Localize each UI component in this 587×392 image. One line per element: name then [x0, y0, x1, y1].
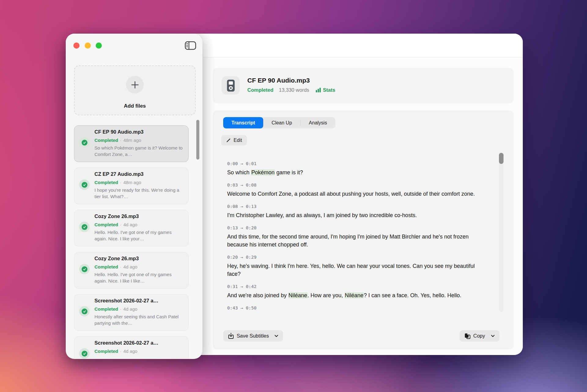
transcript-segment: 0:43 → 0:50	[227, 305, 487, 311]
segment-timestamp: 0:03 → 0:08	[227, 182, 487, 188]
edit-button[interactable]: Edit	[221, 135, 247, 146]
meta-separator: ·	[120, 138, 122, 143]
file-item-status: Completed	[94, 138, 118, 143]
chevron-down-icon	[275, 335, 278, 337]
file-item-meta: Completed·48m ago	[94, 138, 185, 143]
sidebar-toggle-icon	[184, 41, 197, 51]
segment-text: Hey, he's waving. I think I'm here. Yes,…	[227, 262, 487, 278]
add-files-label: Add files	[75, 103, 195, 109]
segment-text-run: And we're also joined by	[227, 292, 288, 298]
file-header-card: CF EP 90 Audio.mp3 Completed 13,330 word…	[213, 68, 514, 103]
transcript-segment: 0:00 → 0:01So which Pokémon game is it?	[227, 161, 487, 176]
file-item-preview: I hope you're ready for this. We're doin…	[94, 187, 185, 200]
save-subtitles-label: Save Subtitles	[237, 333, 269, 339]
file-item-preview: Hello. Hello. I've got one of my games a…	[94, 229, 185, 242]
segment-text-run: I'm Christopher Lawley, and as always, I…	[227, 212, 417, 218]
tab-transcript[interactable]: Transcript	[223, 117, 263, 128]
segment-text: I'm Christopher Lawley, and as always, I…	[227, 211, 487, 219]
file-item-time: 4d ago	[124, 306, 138, 312]
file-item-title: CZ EP 27 Audio.mp3	[94, 171, 185, 177]
add-files-dropzone[interactable]: Add files	[74, 65, 196, 115]
segment-text: And we're also joined by Niléane. How ar…	[227, 291, 487, 299]
highlighted-term: Pokémon	[251, 169, 275, 176]
main-panel: CF EP 90 Audio.mp3 Completed 13,330 word…	[202, 34, 523, 355]
segment-text-run: And this time, for the second time aroun…	[227, 234, 469, 248]
file-list-item[interactable]: Cozy Zone 26.mp3Completed·4d agoHello. H…	[74, 252, 189, 289]
file-item-meta: Completed·4d ago	[94, 222, 185, 227]
sidebar: Add files CF EP 90 Audio.mp3Completed·48…	[66, 34, 202, 359]
segment-text-run: ? I can see a face. Oh. Yes, hello. Hell…	[364, 292, 461, 298]
file-item-status: Completed	[94, 306, 118, 312]
meta-separator: ·	[120, 264, 122, 269]
highlighted-term: Niléane	[345, 292, 364, 298]
minimize-window-button[interactable]	[85, 43, 91, 49]
sidebar-toggle-button[interactable]	[184, 41, 197, 51]
segment-text-run: So which	[227, 169, 251, 176]
transcript-segment: 0:20 → 0:29Hey, he's waving. I think I'm…	[227, 254, 487, 278]
transcript-scrollbar-thumb[interactable]	[499, 153, 504, 164]
file-item-meta: Completed·4d ago	[94, 349, 185, 354]
transcript-scrollbar-track[interactable]	[499, 152, 504, 312]
save-subtitles-button[interactable]: Save Subtitles	[223, 330, 283, 342]
segment-text-run: game is it?	[275, 169, 303, 176]
file-item-preview: So which Pokémon game is it? Welcome to …	[94, 145, 185, 157]
file-item-meta: Completed·4d ago	[94, 306, 185, 312]
file-title: CF EP 90 Audio.mp3	[247, 77, 310, 84]
bar-chart-icon	[316, 88, 321, 92]
stats-button[interactable]: Stats	[316, 87, 335, 93]
meta-separator: ·	[120, 306, 122, 312]
file-item-status: Completed	[94, 264, 118, 269]
transcript-segment: 0:03 → 0:08Welcome to Comfort Zone, a po…	[227, 182, 487, 198]
transcript-card: Transcript Clean Up Analysis Edit 0:00 →…	[213, 110, 514, 349]
plus-icon	[126, 76, 144, 94]
copy-button[interactable]: Copy	[460, 330, 500, 342]
file-list-item[interactable]: Screenshot 2026-02-27 a…Completed·4d ago	[74, 336, 189, 359]
tab-clean-up[interactable]: Clean Up	[263, 117, 300, 128]
file-item-title: Screenshot 2026-02-27 a…	[94, 298, 185, 304]
segment-text-run: Hey, he's waving. I think I'm here. Yes,…	[227, 263, 475, 277]
completed-check-icon	[79, 264, 90, 274]
file-item-status: Completed	[94, 180, 118, 185]
file-list-item[interactable]: CF EP 90 Audio.mp3Completed·48m agoSo wh…	[74, 125, 189, 162]
meta-separator: ·	[120, 180, 122, 185]
file-list-item[interactable]: Screenshot 2026-02-27 a…Completed·4d ago…	[74, 294, 189, 331]
completed-check-icon	[79, 179, 90, 190]
transcript-segment: 0:13 → 0:20And this time, for the second…	[227, 225, 487, 249]
segment-text: And this time, for the second time aroun…	[227, 233, 487, 249]
segment-timestamp: 0:13 → 0:20	[227, 225, 487, 231]
file-item-time: 4d ago	[124, 222, 138, 227]
sidebar-scrollbar[interactable]	[196, 120, 199, 160]
file-list: CF EP 90 Audio.mp3Completed·48m agoSo wh…	[74, 125, 189, 359]
file-item-title: Screenshot 2026-02-27 a…	[94, 340, 185, 346]
view-tabs: Transcript Clean Up Analysis	[223, 117, 335, 128]
file-item-title: CF EP 90 Audio.mp3	[94, 129, 185, 135]
file-item-time: 48m ago	[124, 138, 141, 143]
file-item-status: Completed	[94, 222, 118, 227]
completed-check-icon	[79, 348, 90, 359]
file-item-time: 4d ago	[124, 349, 138, 354]
audio-file-icon	[222, 76, 240, 94]
highlighted-term: Niléane	[288, 292, 308, 298]
file-item-title: Cozy Zone 26.mp3	[94, 256, 185, 261]
file-item-meta: Completed·48m ago	[94, 180, 185, 185]
completed-check-icon	[79, 137, 90, 148]
file-item-preview: Hello. Hello. I've got one of my games a…	[94, 271, 185, 284]
tab-analysis[interactable]: Analysis	[301, 117, 335, 128]
segment-timestamp: 0:20 → 0:29	[227, 254, 487, 260]
close-window-button[interactable]	[73, 43, 79, 49]
toolbar	[202, 34, 523, 57]
segment-text: So which Pokémon game is it?	[227, 168, 487, 176]
segment-text-run: . How are you,	[308, 292, 345, 298]
file-list-item[interactable]: Cozy Zone 26.mp3Completed·4d agoHello. H…	[74, 210, 189, 246]
zoom-window-button[interactable]	[96, 43, 102, 49]
meta-separator: ·	[120, 349, 122, 354]
file-item-title: Cozy Zone 26.mp3	[94, 213, 185, 219]
copy-label: Copy	[473, 333, 485, 339]
transcript-segment: 0:08 → 0:13I'm Christopher Lawley, and a…	[227, 204, 487, 219]
app-window: Add files CF EP 90 Audio.mp3Completed·48…	[66, 34, 523, 355]
file-list-item[interactable]: CZ EP 27 Audio.mp3Completed·48m agoI hop…	[74, 168, 189, 204]
edit-label: Edit	[234, 138, 242, 143]
file-item-status: Completed	[94, 349, 118, 354]
file-item-preview: Honestly after seeing this and Cash Pate…	[94, 313, 185, 326]
transcript-scroll-area[interactable]: 0:00 → 0:01So which Pokémon game is it?0…	[227, 156, 487, 326]
